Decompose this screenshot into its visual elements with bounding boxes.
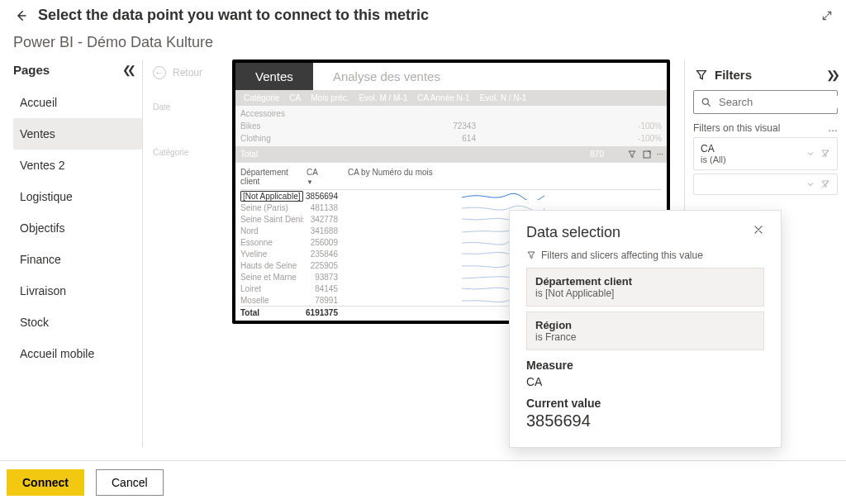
measure-label: Measure [526,359,764,372]
popover-title: Data selection [526,224,620,241]
data-selection-popover: Data selection Filters and slicers affec… [509,210,782,448]
report-slicer-area: Date Catégorie [153,101,211,159]
filter-icon[interactable] [627,150,637,159]
page-item[interactable]: Ventes 2 [13,150,142,181]
svg-point-1 [702,98,708,104]
sort-desc-icon: ▼ [307,178,313,186]
table-row[interactable]: [Not Applicable]3856694 [240,190,662,202]
filter-context-card: Département client is [Not Applicable] [526,268,764,307]
filter-card[interactable]: CA is (All) [693,137,838,170]
back-arrow-icon[interactable] [13,8,28,23]
page-item[interactable]: Accueil mobile [13,338,142,369]
filter-icon [695,69,708,82]
search-icon [701,97,712,108]
overview-table: Catégorie CA Mois préc. Evol. M / M-1 CA… [235,90,667,162]
chevron-down-icon[interactable] [806,149,815,159]
filter-card[interactable] [693,174,838,195]
pages-panel: Pages ❮❮ Accueil Ventes Ventes 2 Logisti… [0,59,142,448]
expand-icon[interactable]: ❯❯ [826,69,836,81]
cancel-button[interactable]: Cancel [96,469,164,496]
tab-analyse[interactable]: Analyse des ventes [313,63,667,90]
clear-filter-icon[interactable] [820,179,830,189]
pages-title: Pages [13,63,50,77]
page-item[interactable]: Ventes [13,118,142,150]
page-item[interactable]: Objectifs [13,212,142,244]
page-item[interactable]: Stock [13,307,142,338]
close-icon[interactable] [753,224,764,241]
more-options-icon[interactable]: ··· [657,150,663,159]
filter-context-card: Région is France [526,311,764,350]
clear-filter-icon[interactable] [820,149,830,159]
dialog-footer: Connect Cancel [0,460,846,504]
more-icon[interactable]: … [828,122,838,134]
total-label: Total [240,308,303,317]
filter-search[interactable] [693,90,838,114]
column-header[interactable]: Département client [240,168,303,186]
filters-section-label: Filters on this visual [693,122,780,134]
popover-sublabel: Filters and slicers affecting this value [541,250,703,261]
page-title: Select the data point you want to connec… [38,7,429,24]
svg-rect-0 [644,151,650,158]
measure-value: CA [526,375,764,388]
filter-search-input[interactable] [719,96,846,108]
report-back-button: ← Retour [153,66,202,79]
page-item[interactable]: Livraison [13,275,142,307]
sparkline [345,192,662,200]
report-name: Power BI - Démo Data Kulture [0,31,846,59]
total-value: 6191375 [303,308,345,317]
focus-mode-icon[interactable] [642,150,652,159]
page-item[interactable]: Accueil [13,87,142,118]
column-header[interactable]: CA by Numéro du mois [345,168,662,186]
page-item[interactable]: Logistique [13,181,142,212]
current-value: 3856694 [526,411,764,430]
expand-icon[interactable] [821,10,833,21]
tab-ventes[interactable]: Ventes [235,63,313,90]
collapse-icon[interactable]: ❮❮ [122,64,132,76]
page-list: Accueil Ventes Ventes 2 Logistique Objec… [13,87,142,369]
current-value-label: Current value [526,397,764,410]
filter-icon [526,250,536,260]
filters-title: Filters [715,68,820,82]
chevron-down-icon[interactable] [806,179,815,189]
page-item[interactable]: Finance [13,244,142,275]
column-header[interactable]: CA▼ [303,168,345,186]
connect-button[interactable]: Connect [7,469,84,496]
